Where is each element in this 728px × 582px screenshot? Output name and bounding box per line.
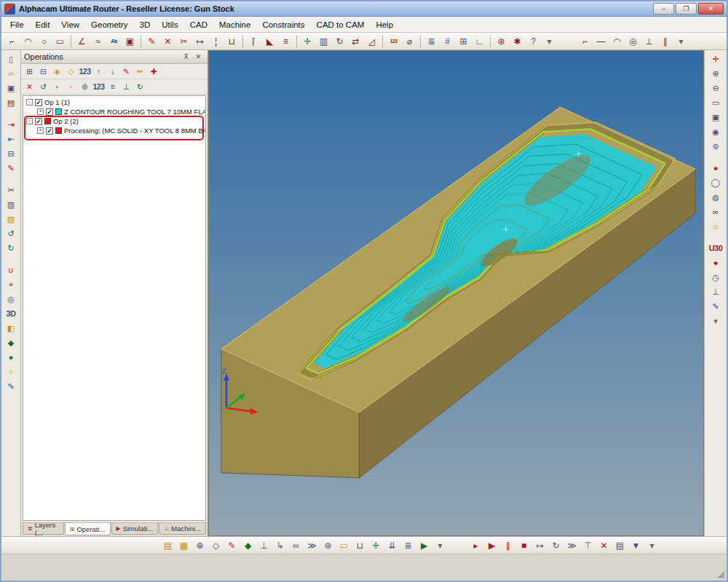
nc-code-icon[interactable]: ≣ xyxy=(400,538,416,553)
sphere-view-icon[interactable]: ● xyxy=(3,350,19,364)
clock-sim-icon[interactable]: ◷ xyxy=(708,270,724,284)
zoom-extents-icon[interactable]: ▣ xyxy=(708,110,724,124)
zoom-window-icon[interactable]: ▭ xyxy=(708,95,724,110)
lock-all-icon[interactable]: ▪ xyxy=(50,80,64,94)
unlock-operation-icon[interactable]: ◇ xyxy=(64,65,78,79)
spindle-icon[interactable]: ⊛ xyxy=(320,538,336,553)
move-op-up-icon[interactable]: ↑ xyxy=(92,65,106,79)
engrave-icon[interactable]: ✎ xyxy=(224,538,240,553)
save-sim-icon[interactable]: ▼ xyxy=(628,538,644,553)
unlock-all-icon[interactable]: ▫ xyxy=(64,80,78,94)
move-icon[interactable]: ✛ xyxy=(300,33,315,49)
join-icon[interactable]: ⊔ xyxy=(224,33,240,49)
view-notes-icon[interactable]: ✎ xyxy=(708,299,724,314)
copy-icon[interactable]: ▥ xyxy=(316,33,331,49)
trim-icon[interactable]: ✂ xyxy=(176,33,191,49)
constraint-concentric-icon[interactable]: ◎ xyxy=(625,33,641,49)
operations-tree[interactable]: -✓Op 1 (1)+✓Z CONTOUR ROUGHING TOOL 7 10… xyxy=(23,95,206,521)
viewport-canvas[interactable]: Z xyxy=(209,51,703,535)
remove-operation-icon[interactable]: ⊟ xyxy=(36,65,50,79)
zoom-out-icon[interactable]: ⊖ xyxy=(708,81,724,95)
tab-machini-[interactable]: ⊥Machini... xyxy=(159,523,206,535)
operation-label[interactable]: Processing: (MC SOLID - XY TOOL 8 8MM BA… xyxy=(64,127,205,135)
lock-operation-icon[interactable]: ◈ xyxy=(50,65,64,79)
constraint-tangent-icon[interactable]: ◠ xyxy=(609,33,625,49)
text-icon[interactable]: Ab xyxy=(106,33,122,49)
operations-panel-header[interactable]: Operations ⊼ ✕ xyxy=(21,50,207,64)
stereo-glasses-icon[interactable]: ∞ xyxy=(708,204,724,219)
delete-operation-icon[interactable]: ✕ xyxy=(23,80,36,94)
op-tools-icon[interactable]: ⊥ xyxy=(119,80,133,94)
style-operation-icon[interactable]: ✏ xyxy=(133,65,147,79)
menu-cad[interactable]: CAD xyxy=(184,19,213,31)
constraint-free-icon[interactable]: ⌐ xyxy=(577,33,593,49)
query-icon[interactable]: ? xyxy=(526,33,541,49)
pin-icon[interactable]: ⊼ xyxy=(180,51,192,63)
step-forward-icon[interactable]: ↦ xyxy=(532,538,547,553)
zoom-in-icon[interactable]: ⊕ xyxy=(708,66,724,81)
open-drawing-icon[interactable]: ▱ xyxy=(3,66,19,81)
contour-machine-icon[interactable]: ◇ xyxy=(208,538,223,553)
stock-define-icon[interactable]: ▭ xyxy=(336,538,352,553)
loop-icon[interactable]: ↻ xyxy=(548,538,563,553)
tool-vector-icon[interactable]: ⊥ xyxy=(708,284,724,299)
scale-icon[interactable]: ◿ xyxy=(364,33,379,49)
operation-label[interactable]: Op 1 (1) xyxy=(44,98,70,106)
rectangle-icon[interactable]: ▭ xyxy=(52,33,68,49)
work-plane-icon[interactable]: ◧ xyxy=(3,321,19,335)
operation-tree-row[interactable]: -✓Op 2 (2) xyxy=(23,116,205,126)
redo-icon[interactable]: ↻ xyxy=(3,241,19,255)
minimize-button[interactable]: – xyxy=(653,3,674,15)
ortho-icon[interactable]: ∟ xyxy=(472,33,487,49)
copy-clipboard-icon[interactable]: ▥ xyxy=(3,197,19,212)
run-simulation-icon[interactable]: ▶ xyxy=(484,538,499,553)
operation-checkbox[interactable]: ✓ xyxy=(35,99,42,106)
annotate-icon[interactable]: ✎ xyxy=(3,379,19,394)
break-icon[interactable]: ¦ xyxy=(208,33,223,49)
refresh-ops-icon[interactable]: ↻ xyxy=(133,80,147,94)
3d-machine-icon[interactable]: ◆ xyxy=(240,538,256,553)
zoom-previous-icon[interactable]: ◉ xyxy=(708,124,724,139)
operation-checkbox[interactable]: ✓ xyxy=(46,127,53,135)
dimension-icon[interactable]: 123 xyxy=(386,33,401,49)
menu-cad-to-cam[interactable]: CAD to CAM xyxy=(311,19,371,31)
post-process-icon[interactable]: ⇊ xyxy=(384,538,400,553)
close-button[interactable]: ✕ xyxy=(698,3,724,15)
work-origin-icon[interactable]: ✛ xyxy=(368,538,384,553)
panel-close-icon[interactable]: ✕ xyxy=(192,51,205,63)
circle-icon[interactable]: ○ xyxy=(36,33,52,49)
add-operation-icon[interactable]: ⊞ xyxy=(23,65,36,79)
delete-icon[interactable]: ✕ xyxy=(160,33,175,49)
snap-point-icon[interactable]: ⌖ xyxy=(3,277,19,292)
menu-geometry[interactable]: Geometry xyxy=(85,19,134,31)
menu-machine[interactable]: Machine xyxy=(213,19,256,31)
save-drawing-icon[interactable]: ▣ xyxy=(3,81,19,95)
magnet-snap-icon[interactable]: ∪ xyxy=(3,263,19,277)
edit-geometry-icon[interactable]: ✎ xyxy=(144,33,159,49)
machine-sim-icon[interactable]: ▶ xyxy=(416,538,432,553)
sim-speed-icon[interactable]: ≫ xyxy=(564,538,579,553)
op-list-icon[interactable]: ≡ xyxy=(106,80,119,94)
undo-icon[interactable]: ↺ xyxy=(3,226,19,241)
layers-icon[interactable]: ≣ xyxy=(424,33,439,49)
pause-simulation-icon[interactable]: ∥ xyxy=(500,538,515,553)
light-icon[interactable]: ☼ xyxy=(708,219,724,234)
group-icon[interactable]: ⊛ xyxy=(494,33,509,49)
corner-line-icon[interactable]: ⌐ xyxy=(4,33,20,49)
explode-icon[interactable]: ✱ xyxy=(510,33,525,49)
menu-edit[interactable]: Edit xyxy=(30,19,56,31)
plot-icon[interactable]: ✎ xyxy=(3,161,19,175)
work-volume-icon[interactable]: ◆ xyxy=(3,335,19,350)
constraints-options-icon[interactable]: ▾ xyxy=(673,33,689,49)
pan-icon[interactable]: ✛ xyxy=(708,52,724,66)
link-moves-icon[interactable]: ∞ xyxy=(288,538,304,553)
record-view-icon[interactable]: ● xyxy=(708,255,724,270)
menu-3d[interactable]: 3D xyxy=(134,19,157,31)
machining-options-icon[interactable]: ▾ xyxy=(432,538,448,553)
expand-icon[interactable]: + xyxy=(37,108,44,115)
operation-tree-row[interactable]: +✓Processing: (MC SOLID - XY TOOL 8 8MM … xyxy=(23,126,205,135)
chamfer-icon[interactable]: ◣ xyxy=(262,33,277,49)
3d-viewport[interactable]: Z xyxy=(208,50,704,536)
assign-operation-icon[interactable]: ✚ xyxy=(147,65,161,79)
expand-icon[interactable]: + xyxy=(37,127,44,134)
